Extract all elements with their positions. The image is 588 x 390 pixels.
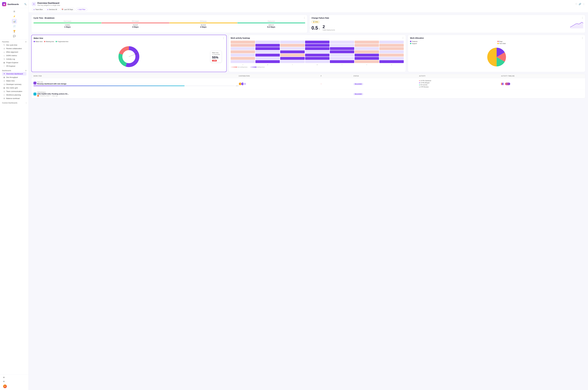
dashboards-header[interactable]: Dashboards ∨ — [2, 70, 26, 72]
link-button[interactable]: 🔗 — [579, 3, 581, 5]
heatmap-cell — [255, 60, 280, 63]
activity-dot — [419, 80, 420, 81]
heatmap-cell — [280, 50, 305, 53]
sidebar-item-activity-log[interactable]: ↯Activity Log — [2, 57, 26, 61]
sidebar-item-dev-cycle-time[interactable]: ↻Dev cycle time — [2, 43, 26, 47]
sidebar-icon: ▦ — [3, 62, 5, 64]
legend-label: Features — [412, 41, 417, 42]
add-filter-label: + Add Filter — [78, 9, 86, 10]
item-repo: haticahq/gyro — [37, 91, 69, 93]
nav-icon-grid[interactable]: ⊞ — [12, 9, 17, 14]
sidebar-item-balance-workload[interactable]: ⊞Balance workload — [2, 97, 26, 100]
sidebar-item-maker-time[interactable]: ◷Maker time — [2, 79, 26, 83]
team-filter-chip[interactable]: ⊞ Team Blue — [32, 8, 45, 11]
work-allocation-pie — [410, 45, 583, 69]
nav-icon-trophy[interactable]: 🏆 — [12, 29, 17, 34]
tooltip-title: Maker time — [212, 52, 220, 53]
stage-bar — [169, 23, 237, 23]
services-filter-chip[interactable]: ⊞ Services All — [46, 8, 59, 11]
search-button[interactable]: 🔍 — [24, 3, 26, 5]
work-allocation-widget: Work Allocation ⋮ FeaturesBugsSupportTec… — [408, 35, 586, 72]
sidebar-item-label: Workforce planning — [6, 94, 21, 96]
heatmap-cell — [379, 60, 404, 63]
nav-icon-chat[interactable]: 💬 — [12, 34, 17, 38]
heatmap-menu-button[interactable]: ⋮ — [402, 37, 404, 39]
sidebar-item-label: Maker time — [6, 80, 15, 82]
heatmap-cell — [330, 57, 354, 60]
heatmap-day-label: T — [330, 64, 354, 65]
sidebar-item-dora-metrics[interactable]: ◇DORA metrics — [2, 54, 26, 57]
favorites-header[interactable]: Favorites ∨ — [2, 41, 26, 43]
heatmap-cell — [355, 50, 379, 53]
sidebar-item-label: PR Explorer — [6, 65, 15, 67]
sidebar-item-label: Project Explorer — [6, 62, 18, 64]
heatmap-cell — [280, 47, 305, 50]
maker-time-menu-button[interactable]: ⋮ — [222, 37, 224, 39]
item-title[interactable]: Revamp dashboard with new design — [37, 83, 66, 85]
settings2-item[interactable]: ⚙ — [2, 380, 26, 383]
heatmap-cell — [355, 47, 379, 50]
heatmap-day-label: S — [231, 64, 255, 65]
sidebar-icon: ◎ — [3, 90, 5, 92]
sidebar-icon: ✦ — [3, 73, 5, 75]
sidebar-item-project-explorer[interactable]: ▦Project Explorer — [2, 61, 26, 64]
sidebar-item-dev-metric-grid[interactable]: ▦Dev metric grid — [2, 86, 26, 90]
sidebar-item-label: Team communication — [6, 90, 22, 92]
user-profile-item[interactable]: U — [2, 384, 26, 389]
heart-button[interactable]: ♡ — [575, 3, 577, 5]
sidebar-icon: ◎ — [3, 48, 5, 49]
work-allocation-menu-button[interactable]: ⋮ — [581, 37, 584, 39]
add-filter-button[interactable]: + Add Filter — [76, 8, 87, 11]
item-title[interactable]: #341 fix(ISS-123): Pending actions thr..… — [37, 93, 69, 95]
heatmap-cell — [305, 47, 329, 50]
legend-dot — [497, 41, 499, 42]
settings-item[interactable]: ⚙ — [2, 376, 26, 379]
sidebar-bottom: ⚙ ⚙ U — [0, 375, 29, 390]
item-type-badge: ⚡ — [34, 82, 36, 85]
more-menu-button[interactable]: ⋮ — [583, 3, 585, 5]
custom-dashboards-section: Custom Dashboards ‹ — [0, 101, 29, 105]
sidebar-item-team-communication[interactable]: ◎Team communication — [2, 90, 26, 93]
heatmap-day-label: M — [255, 64, 280, 65]
cfr-left: 🏅 Elite 0.5 % 2 Failed deployments — [312, 21, 568, 31]
activity-dot — [419, 87, 420, 87]
heatmap-cell — [231, 60, 255, 63]
maker-time-legend: Maker timeMeeting timeFragmented time — [34, 41, 224, 42]
sidebar-item-label: Review collaboration — [6, 48, 22, 49]
work-allocation-legend: FeaturesBugsSupportTech Debt — [410, 41, 583, 44]
sidebar-item-dev-throughput[interactable]: ▦Dev throughput — [2, 76, 26, 79]
cfr-menu-button[interactable]: ⋮ — [581, 17, 584, 19]
timeline-cell — [501, 83, 583, 85]
cycle-time-menu-button[interactable]: ⋮ — [303, 17, 306, 19]
nav-icon-bolt[interactable]: ⚡ — [12, 14, 17, 19]
heatmap-cell — [280, 60, 305, 63]
date-filter-chip[interactable]: 📅 Last 30 Days — [60, 8, 75, 11]
sidebar-item-developer-summary[interactable]: ◁▷Developer summary — [2, 83, 26, 86]
sidebar-item-pr-explorer[interactable]: ⑂PR Explorer — [2, 64, 26, 68]
legend-item-fragmented-time: Fragmented time — [56, 41, 68, 42]
page-title: Overview Dashboard — [37, 2, 60, 4]
heatmap-day-label: T — [280, 64, 305, 65]
nav-icon-doc[interactable]: 📄 — [12, 24, 17, 29]
sidebar-icon: ◇ — [3, 54, 5, 56]
sidebar-item-label: Developer summary — [6, 83, 21, 85]
app-logo-text: Dashboards — [7, 3, 19, 5]
sidebar-item-workforce-planning[interactable]: ▭Workforce planning — [2, 93, 26, 97]
top-header: ✦ Overview Dashboard Your key widgets in… — [29, 0, 588, 13]
dashboard-content: Cycle Time - Breakdown ⋮ First Commit CO… — [29, 13, 588, 390]
heatmap-legend: Non working hours Working hours — [231, 66, 404, 68]
sidebar-item-review-collaboration[interactable]: ◎Review collaboration — [2, 47, 26, 50]
heatmap-cell — [231, 41, 255, 44]
heatmap-cell — [280, 57, 305, 60]
sidebar-item-overview-dashboard[interactable]: ✦Overview dashboard — [2, 72, 26, 76]
nav-icon-chart[interactable]: 📊 — [12, 19, 17, 24]
sidebar-item-effort-alignment[interactable]: △Effort alignment — [2, 50, 26, 54]
custom-dashboards-header[interactable]: Custom Dashboards ‹ — [2, 102, 26, 104]
filter-row: ⊞ Team Blue ⊞ Services All 📅 Last 30 Day… — [32, 8, 585, 11]
stage-metric: DEPLOY — [237, 24, 305, 26]
priority-icon: ↑ — [321, 83, 321, 85]
wa-legend-item-tech-debt: Tech Debt — [497, 43, 583, 44]
work-item-id: ⚡ FEA-243 Revamp dashboard with new desi… — [34, 81, 239, 85]
work-allocation-title: Work Allocation — [410, 37, 583, 39]
table-header: WORK ITEM CONTRIBUTORS P STATUS ACTIVITY… — [31, 74, 585, 78]
